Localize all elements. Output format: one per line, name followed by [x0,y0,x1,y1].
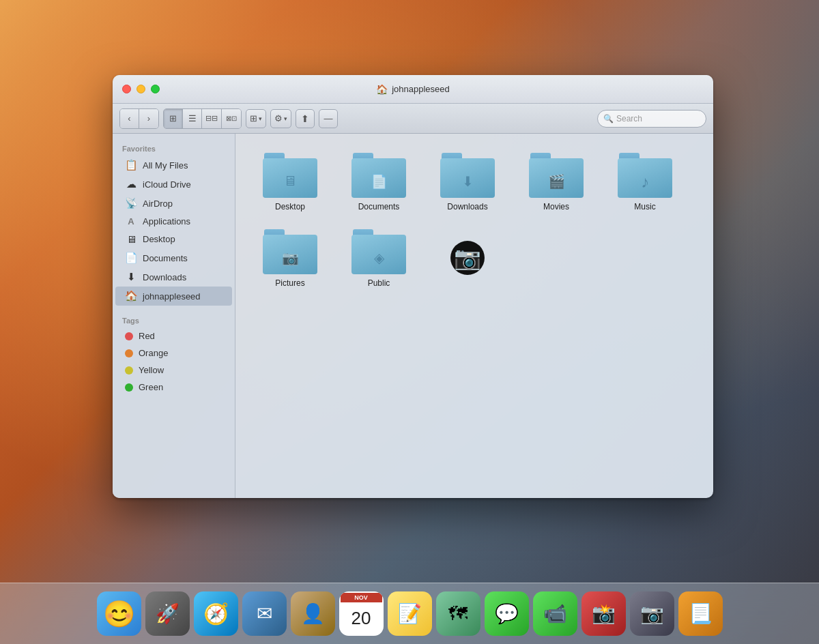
view-cover-button[interactable]: ⊠⊡ [222,109,241,128]
sidebar-item-airdrop[interactable]: 📡 AirDrop [115,194,232,213]
sidebar-item-tag-yellow[interactable]: Yellow [115,362,232,379]
sidebar-item-icloud-drive[interactable]: ☁ iCloud Drive [115,175,232,194]
sidebar-item-all-my-files[interactable]: 📋 All My Files [115,156,232,175]
file-item-public[interactable]: ◈ Public [338,224,420,293]
dock-item-photobooth[interactable]: 📸 [581,591,626,636]
toolbar: ‹ › ⊞ ☰ ⊟⊟ ⊠⊡ ⊞ ▾ ⚙ ▾ [113,104,713,134]
view-icon-icon: ⊞ [169,113,177,123]
contacts-icon: 👤 [301,602,325,625]
facetime-icon: 📹 [543,602,567,625]
title-bar: 🏠 johnappleseed [113,75,713,104]
dock-item-launchpad[interactable]: 🚀 [145,591,190,636]
sidebar-label-tag-red: Red [139,331,155,341]
sidebar-item-tag-orange[interactable]: Orange [115,345,232,362]
launchpad-icon: 🚀 [156,602,179,625]
file-item-documents[interactable]: 📄 Documents [338,147,420,217]
file-label-downloads: Downloads [447,202,487,211]
folder-public-icon: ◈ [351,229,406,274]
movies-folder-inner-icon: 🎬 [548,173,565,190]
finder-icon: 😊 [103,599,135,629]
arrange-icon: ⊞ [250,113,257,123]
icloud-drive-icon: ☁ [125,178,137,190]
sidebar-item-johnappleseed[interactable]: 🏠 johnappleseed [115,287,232,306]
home-icon: 🏠 [376,84,388,95]
file-label-public: Public [368,278,390,288]
downloads-folder-inner-icon: ⬇ [462,173,474,190]
sidebar-item-tag-green[interactable]: Green [115,379,232,396]
folder-music-icon: ♪ [618,153,672,198]
file-item-movies[interactable]: 🎬 Movies [515,147,597,217]
search-placeholder: Search [616,114,642,123]
mail-icon: ✉ [257,602,272,625]
share-button[interactable]: ⬆ [296,109,315,128]
file-item-pictures[interactable]: 📷 Pictures [249,224,331,293]
sidebar-label-tag-green: Green [139,382,163,392]
sidebar-item-tag-red[interactable]: Red [115,327,232,345]
window-title-text: johnappleseed [392,84,450,94]
maps-icon: 🗺 [448,602,468,625]
action-dropdown-icon: ▾ [284,115,287,122]
messages-icon: 💬 [495,602,519,625]
favorites-header: Favorites [113,141,235,156]
folder-pictures-icon: 📷 [263,229,317,274]
folder-movies-icon: 🎬 [529,153,584,198]
pictures-folder-inner-icon: 📷 [282,250,299,266]
view-list-icon: ☰ [188,113,197,123]
file-item-downloads[interactable]: ⬇ Downloads [427,147,508,217]
sidebar-item-applications[interactable]: A Applications [115,213,232,230]
gear-icon: ⚙ [274,113,283,123]
dock-item-notes[interactable]: 📝 [388,591,432,636]
sidebar-label-home: johnappleseed [143,291,201,302]
all-my-files-icon: 📋 [125,159,137,171]
back-button[interactable]: ‹ [120,109,139,128]
file-label-pictures: Pictures [275,278,304,288]
camera-icon: 📷 [640,602,664,625]
maximize-button[interactable] [151,85,160,93]
view-arrange-button[interactable]: ⊞ ▾ [246,109,266,128]
dock-item-safari[interactable]: 🧭 [194,591,238,636]
view-column-button[interactable]: ⊟⊟ [202,109,222,128]
dock-item-contacts[interactable]: 👤 [291,591,335,636]
sidebar-item-downloads[interactable]: ⬇ Downloads [115,267,232,287]
minimize-button[interactable] [136,85,145,93]
dock-item-camera[interactable]: 📷 [630,591,674,636]
tag-button[interactable]: — [319,109,338,128]
view-list-button[interactable]: ☰ [183,109,202,128]
home-sidebar-icon: 🏠 [125,290,137,302]
calendar-day: 20 [351,602,371,634]
sidebar-label-icloud-drive: iCloud Drive [143,179,191,190]
applications-icon: A [125,216,137,226]
file-item-desktop[interactable]: 🖥 Desktop [249,147,331,217]
documents-icon: 📄 [125,252,137,264]
safari-icon: 🧭 [203,602,229,626]
window-title: 🏠 johnappleseed [376,84,450,95]
forward-button[interactable]: › [139,109,158,128]
downloads-icon: ⬇ [125,271,137,283]
music-folder-inner-icon: ♪ [641,173,649,192]
dock-item-messages[interactable]: 💬 [485,591,529,636]
file-item-music[interactable]: ♪ Music [604,147,686,217]
action-button[interactable]: ⚙ ▾ [270,109,291,128]
main-content: Favorites 📋 All My Files ☁ iCloud Drive … [113,134,713,498]
dock-item-maps[interactable]: 🗺 [436,591,480,636]
sidebar-item-documents[interactable]: 📄 Documents [115,248,232,267]
dock-item-pages[interactable]: 📃 [678,591,723,636]
file-label-movies: Movies [543,202,569,211]
dock-item-calendar[interactable]: NOV 20 [339,591,384,636]
tags-header: Tags [113,312,235,327]
tag-red-dot [125,332,133,340]
sidebar-item-desktop[interactable]: 🖥 Desktop [115,230,232,248]
camera-cursor-icon: 📷 [450,241,485,275]
notes-icon: 📝 [398,602,422,625]
search-icon: 🔍 [603,114,614,123]
pages-icon: 📃 [689,602,713,625]
search-box[interactable]: 🔍 Search [597,110,706,128]
dock-item-facetime[interactable]: 📹 [533,591,577,636]
airdrop-icon: 📡 [125,197,137,209]
photobooth-icon: 📸 [592,602,616,625]
close-button[interactable] [122,85,131,93]
dock-item-finder[interactable]: 😊 [97,591,141,636]
view-icon-button[interactable]: ⊞ [164,109,183,128]
tag-yellow-dot [125,366,133,375]
dock-item-mail[interactable]: ✉ [242,591,287,636]
